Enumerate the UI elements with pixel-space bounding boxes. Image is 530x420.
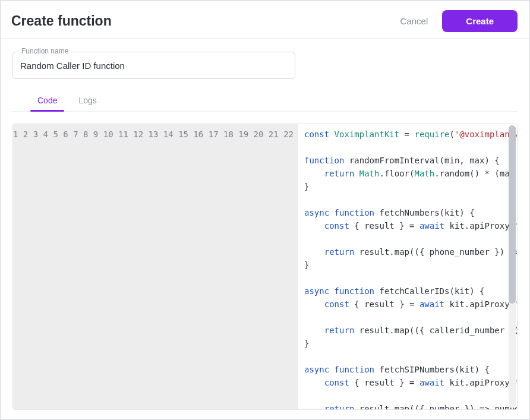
tab-logs[interactable]: Logs bbox=[77, 96, 97, 111]
create-button[interactable]: Create bbox=[442, 10, 518, 32]
function-name-label: Function name bbox=[18, 47, 71, 55]
gutter: 1 2 3 4 5 6 7 8 9 10 11 12 13 14 15 16 1… bbox=[13, 124, 298, 409]
cancel-button[interactable]: Cancel bbox=[392, 11, 437, 31]
function-name-input[interactable] bbox=[12, 52, 295, 79]
code-content[interactable]: const VoximplantKit = require('@voximpla… bbox=[298, 124, 517, 409]
code-editor[interactable]: 1 2 3 4 5 6 7 8 9 10 11 12 13 14 15 16 1… bbox=[12, 124, 518, 410]
form-area: Function name bbox=[1, 39, 529, 83]
dialog-header: Create function Cancel Create bbox=[1, 1, 529, 38]
scrollbar-thumb[interactable] bbox=[509, 125, 516, 304]
tabs: Code Logs bbox=[12, 83, 518, 112]
tab-code[interactable]: Code bbox=[36, 96, 58, 111]
code-editor-surface[interactable]: 1 2 3 4 5 6 7 8 9 10 11 12 13 14 15 16 1… bbox=[13, 124, 517, 409]
create-function-dialog: Create function Cancel Create Function n… bbox=[0, 0, 530, 420]
function-name-field-wrap: Function name bbox=[12, 52, 295, 79]
page-title: Create function bbox=[11, 13, 112, 29]
header-actions: Cancel Create bbox=[392, 10, 518, 32]
